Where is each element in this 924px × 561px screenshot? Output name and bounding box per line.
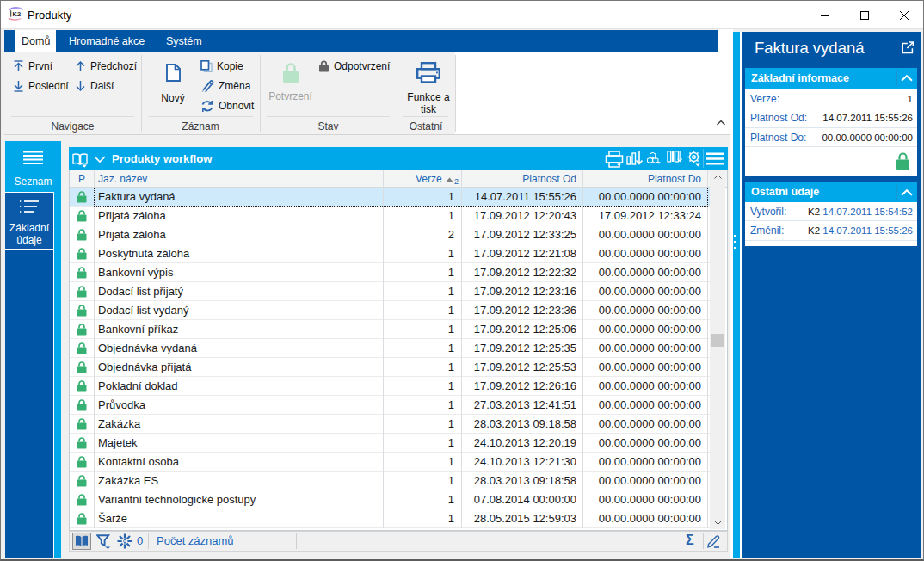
svg-text:K2: K2	[13, 10, 22, 18]
